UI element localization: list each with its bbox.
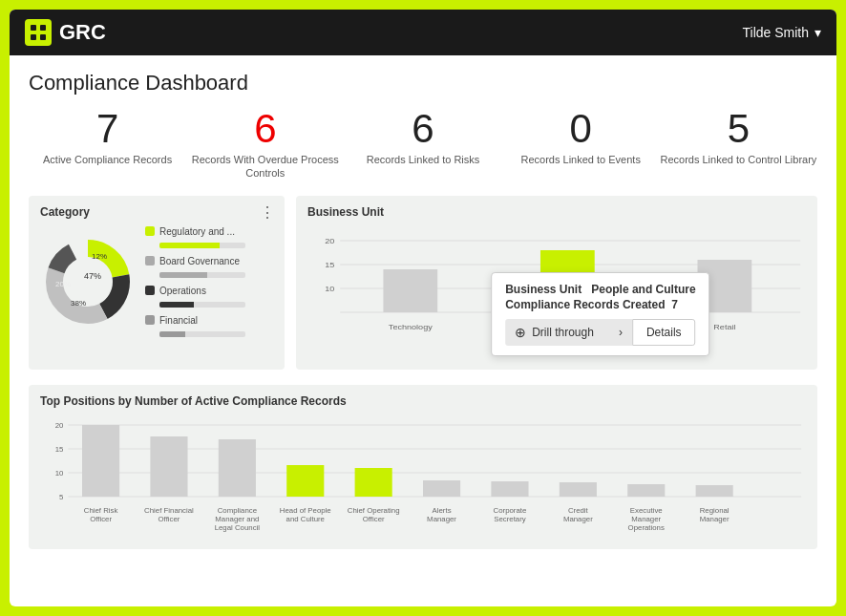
stat-label: Records With Overdue Process Controls (186, 153, 344, 181)
legend-bar-regulatory (159, 243, 273, 248)
legend-dot-financial (145, 315, 155, 325)
svg-text:Manager and: Manager and (215, 515, 259, 523)
svg-text:15: 15 (55, 445, 64, 454)
header: GRC Tilde Smith ▾ (10, 10, 836, 55)
stat-item: 6Records With Overdue Process Controls (186, 109, 344, 181)
svg-rect-44 (286, 465, 324, 497)
donut-area: 12% 47% 20% 38% Regulatory and ... (40, 226, 273, 337)
tooltip-field1: Business Unit People and Culture (505, 283, 695, 296)
stat-item: 7Active Compliance Records (29, 109, 186, 181)
drill-through-button[interactable]: ⊕ Drill through › (505, 319, 632, 346)
details-button[interactable]: Details (632, 319, 696, 346)
stat-number: 5 (660, 109, 817, 149)
svg-text:10: 10 (325, 284, 334, 292)
category-menu-icon[interactable]: ⋮ (260, 203, 275, 222)
svg-text:12%: 12% (92, 252, 107, 261)
stat-label: Active Compliance Records (29, 153, 186, 166)
stat-number: 6 (186, 109, 344, 149)
bu-tooltip: Business Unit People and Culture Complia… (491, 272, 709, 356)
tooltip-field2-value: 7 (671, 298, 678, 311)
svg-rect-50 (423, 480, 460, 497)
svg-text:Executive: Executive (630, 506, 663, 515)
svg-rect-53 (491, 481, 528, 497)
stat-label: Records Linked to Risks (344, 153, 501, 166)
legend-label-financial: Financial (159, 315, 236, 326)
svg-text:Retail: Retail (713, 322, 735, 330)
bottom-chart-title: Top Positions by Number of Active Compli… (40, 394, 806, 408)
legend-item-operations: Operations (145, 286, 273, 296)
svg-text:Legal Council: Legal Council (215, 523, 261, 532)
svg-text:Operations: Operations (628, 523, 665, 532)
main-content: Compliance Dashboard 7Active Compliance … (10, 55, 836, 606)
svg-rect-3 (40, 34, 46, 40)
svg-text:Technology: Technology (389, 322, 434, 330)
tooltip-field2-label: Compliance Records Created (505, 298, 665, 311)
bu-card: Business Unit 20 15 10 (296, 196, 817, 370)
user-name: Tilde Smith (742, 25, 809, 40)
tooltip-field1-label: Business Unit (505, 283, 582, 296)
svg-text:Credit: Credit (568, 506, 589, 515)
svg-text:10: 10 (55, 469, 64, 478)
svg-rect-59 (627, 484, 665, 497)
svg-text:Corporate: Corporate (494, 506, 527, 515)
svg-text:20: 20 (55, 421, 64, 430)
stat-number: 6 (344, 109, 501, 149)
logo-text: GRC (59, 20, 106, 45)
svg-text:Chief Financial: Chief Financial (144, 506, 194, 515)
svg-text:Manager: Manager (563, 515, 593, 523)
legend-label-operations: Operations (159, 286, 236, 296)
charts-row: Category ⋮ 12% 47% 20% (29, 196, 817, 370)
stat-number: 0 (502, 109, 660, 149)
svg-text:Head of People: Head of People (280, 506, 331, 515)
svg-rect-19 (383, 269, 437, 312)
logo-icon (25, 19, 52, 46)
stat-label: Records Linked to Control Library (660, 153, 817, 166)
svg-rect-1 (40, 25, 46, 31)
svg-text:47%: 47% (84, 271, 101, 281)
category-card: Category ⋮ 12% 47% 20% (29, 196, 285, 370)
legend-item-board: Board Governance (145, 256, 273, 266)
legend-label-board: Board Governance (159, 256, 240, 266)
app-container: GRC Tilde Smith ▾ Compliance Dashboard 7… (10, 10, 836, 606)
bottom-chart-svg: 20 15 10 5 Chief Risk Officer Chief Fina… (40, 415, 806, 540)
svg-rect-56 (560, 482, 597, 497)
tooltip-field1-value: People and Culture (591, 283, 695, 296)
drill-label: Drill through (532, 326, 594, 339)
category-title: Category (40, 205, 273, 219)
tooltip-actions: ⊕ Drill through › Details (505, 319, 695, 346)
stats-row: 7Active Compliance Records6Records With … (29, 109, 817, 181)
details-label: Details (646, 326, 682, 339)
svg-text:Manager: Manager (631, 515, 661, 523)
svg-rect-37 (150, 436, 187, 497)
legend-item-financial: Financial (145, 315, 273, 326)
legend-dot-regulatory (145, 226, 155, 236)
stat-item: 5Records Linked to Control Library (660, 109, 817, 181)
category-legend: Regulatory and ... Board Governance (145, 226, 273, 337)
bu-title: Business Unit (307, 205, 806, 219)
svg-text:Secretary: Secretary (494, 515, 526, 523)
svg-text:Manager: Manager (427, 515, 456, 523)
svg-rect-34 (82, 425, 119, 497)
legend-bar-board (159, 272, 273, 278)
svg-text:Officer: Officer (363, 515, 385, 523)
legend-label-regulatory: Regulatory and ... (159, 226, 236, 237)
legend-item-regulatory: Regulatory and ... (145, 226, 273, 237)
stat-item: 6Records Linked to Risks (344, 109, 501, 181)
svg-text:20%: 20% (55, 280, 71, 288)
svg-text:Regional: Regional (700, 506, 730, 515)
svg-text:Chief Operating: Chief Operating (348, 506, 400, 515)
stat-label: Records Linked to Events (502, 153, 660, 166)
svg-text:15: 15 (325, 260, 334, 268)
logo: GRC (25, 19, 106, 46)
svg-rect-40 (219, 439, 256, 497)
bottom-card: Top Positions by Number of Active Compli… (29, 385, 817, 549)
svg-text:Manager: Manager (700, 515, 730, 523)
stat-item: 0Records Linked to Events (502, 109, 660, 181)
bottom-bar-chart: 20 15 10 5 Chief Risk Officer Chief Fina… (40, 415, 806, 540)
drill-icon: ⊕ (515, 325, 526, 340)
user-menu[interactable]: Tilde Smith ▾ (742, 25, 821, 40)
svg-text:Compliance: Compliance (218, 506, 258, 515)
svg-text:38%: 38% (71, 299, 86, 308)
svg-text:Alerts: Alerts (433, 506, 452, 515)
svg-text:Chief Risk: Chief Risk (84, 506, 118, 515)
